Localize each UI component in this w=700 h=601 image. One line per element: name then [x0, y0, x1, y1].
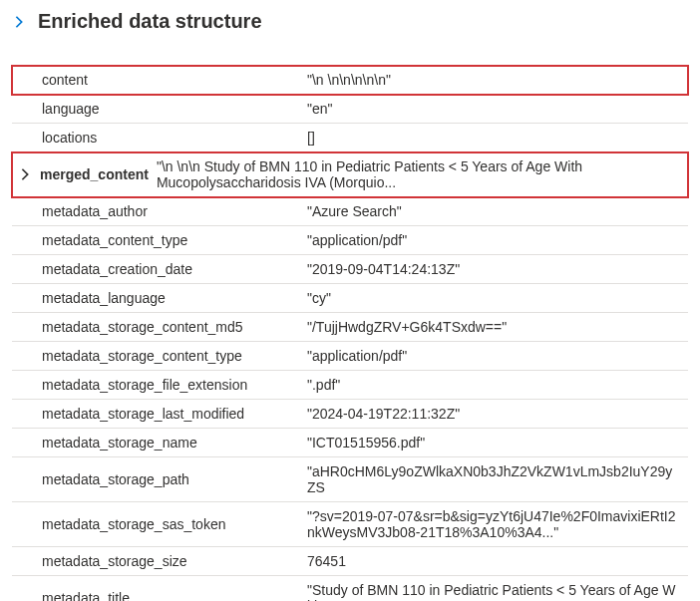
row-metadata-title[interactable]: metadata_title "Study of BMN 110 in Pedi… — [12, 576, 688, 602]
val-metadata-storage-content-type: "application/pdf" — [301, 342, 688, 371]
val-metadata-storage-size: 76451 — [301, 547, 688, 576]
val-metadata-creation-date: "2019-09-04T14:24:13Z" — [301, 255, 688, 284]
val-locations: [] — [301, 124, 688, 152]
val-metadata-storage-sas-token: "?sv=2019-07-07&sr=b&sig=yzYt6jU47Ie%2F0… — [301, 502, 688, 547]
row-metadata-content-type[interactable]: metadata_content_type "application/pdf" — [12, 226, 688, 255]
row-metadata-creation-date[interactable]: metadata_creation_date "2019-09-04T14:24… — [12, 255, 688, 284]
row-metadata-author[interactable]: metadata_author "Azure Search" — [12, 197, 688, 226]
row-metadata-storage-last-modified[interactable]: metadata_storage_last_modified "2024-04-… — [12, 400, 688, 429]
key-content: content — [12, 66, 301, 95]
row-content[interactable]: content "\n \n\n\n\n\n" — [12, 66, 688, 95]
row-metadata-storage-path[interactable]: metadata_storage_path "aHR0cHM6Ly9oZWlka… — [12, 457, 688, 502]
key-metadata-storage-size: metadata_storage_size — [12, 547, 301, 576]
row-metadata-storage-size[interactable]: metadata_storage_size 76451 — [12, 547, 688, 576]
row-metadata-language[interactable]: metadata_language "cy" — [12, 284, 688, 313]
val-language: "en" — [301, 95, 688, 124]
key-metadata-storage-path: metadata_storage_path — [12, 457, 301, 502]
val-metadata-storage-content-md5: "/TujjHwdgZRV+G6k4TSxdw==" — [301, 313, 688, 342]
key-locations: locations — [12, 124, 301, 152]
row-locations[interactable]: locations [] — [12, 124, 688, 152]
val-metadata-language: "cy" — [301, 284, 688, 313]
row-metadata-storage-sas-token[interactable]: metadata_storage_sas_token "?sv=2019-07-… — [12, 502, 688, 547]
key-metadata-storage-content-type: metadata_storage_content_type — [12, 342, 301, 371]
section-title: Enriched data structure — [38, 10, 262, 33]
key-metadata-storage-sas-token: metadata_storage_sas_token — [12, 502, 301, 547]
key-metadata-title: metadata_title — [12, 576, 301, 602]
row-metadata-storage-content-type[interactable]: metadata_storage_content_type "applicati… — [12, 342, 688, 371]
chevron-right-icon — [12, 15, 26, 29]
val-metadata-storage-name: "ICT01515956.pdf" — [301, 429, 688, 457]
key-metadata-storage-content-md5: metadata_storage_content_md5 — [12, 313, 301, 342]
row-metadata-storage-content-md5[interactable]: metadata_storage_content_md5 "/TujjHwdgZ… — [12, 313, 688, 342]
key-metadata-creation-date: metadata_creation_date — [12, 255, 301, 284]
chevron-right-icon[interactable] — [18, 167, 32, 181]
section-header[interactable]: Enriched data structure — [12, 10, 688, 33]
val-merged-content: "\n \n\n Study of BMN 110 in Pediatric P… — [157, 158, 682, 190]
val-metadata-storage-last-modified: "2024-04-19T22:11:32Z" — [301, 400, 688, 429]
val-metadata-author: "Azure Search" — [301, 197, 688, 226]
row-language[interactable]: language "en" — [12, 95, 688, 124]
row-metadata-storage-file-extension[interactable]: metadata_storage_file_extension ".pdf" — [12, 371, 688, 400]
properties-table: content "\n \n\n\n\n\n" language "en" lo… — [12, 65, 688, 601]
row-merged-content[interactable]: merged_content "\n \n\n Study of BMN 110… — [12, 152, 688, 197]
key-language: language — [12, 95, 301, 124]
val-metadata-storage-path: "aHR0cHM6Ly9oZWlkaXN0b3JhZ2VkZW1vLmJsb2I… — [301, 457, 688, 502]
row-metadata-storage-name[interactable]: metadata_storage_name "ICT01515956.pdf" — [12, 429, 688, 457]
key-metadata-storage-last-modified: metadata_storage_last_modified — [12, 400, 301, 429]
val-content: "\n \n\n\n\n\n" — [301, 66, 688, 95]
val-metadata-storage-file-extension: ".pdf" — [301, 371, 688, 400]
key-metadata-language: metadata_language — [12, 284, 301, 313]
val-metadata-title: "Study of BMN 110 in Pediatric Patients … — [301, 576, 688, 602]
key-metadata-author: metadata_author — [12, 197, 301, 226]
key-metadata-storage-file-extension: metadata_storage_file_extension — [12, 371, 301, 400]
key-metadata-storage-name: metadata_storage_name — [12, 429, 301, 457]
key-metadata-content-type: metadata_content_type — [12, 226, 301, 255]
key-merged-content: merged_content — [40, 166, 149, 182]
val-metadata-content-type: "application/pdf" — [301, 226, 688, 255]
